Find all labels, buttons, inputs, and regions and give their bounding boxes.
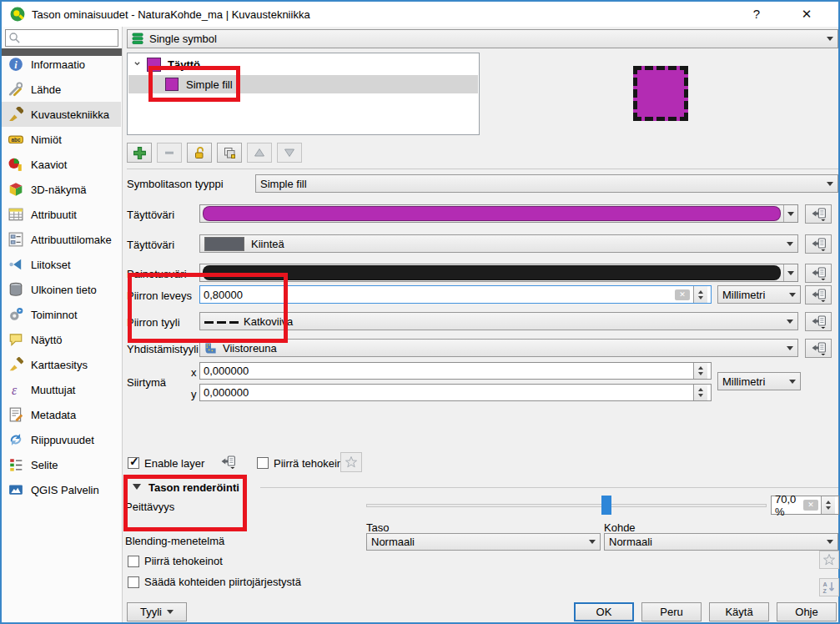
- feature-order-checkbox[interactable]: [128, 576, 139, 588]
- opacity-slider-handle[interactable]: [601, 496, 611, 515]
- symbol-layer-type-combo[interactable]: Simple fill: [255, 174, 838, 193]
- section-collapse-icon[interactable]: [133, 484, 141, 490]
- move-down-button[interactable]: [277, 143, 302, 163]
- fill-style-swatch: [204, 237, 244, 251]
- opacity-slider-track[interactable]: [366, 504, 767, 507]
- join-style-combo[interactable]: Viistoreuna: [199, 339, 798, 357]
- fill-color-label: Täyttöväri: [127, 209, 174, 221]
- sidebar-item-attributes[interactable]: Attribuutit: [2, 202, 121, 227]
- layer-rendering-header[interactable]: Tason renderöinti: [148, 481, 239, 494]
- sidebar-item-diagrams[interactable]: Kaaviot: [2, 152, 121, 177]
- sidebar-item-label: Informaatio: [31, 58, 85, 71]
- sidebar-item-label: Attribuutit: [31, 209, 77, 221]
- stroke-style-override-button[interactable]: [805, 312, 832, 331]
- join-style-label: Yhdistämistyyli: [127, 343, 199, 355]
- fill-style-override-button[interactable]: [805, 234, 832, 254]
- move-up-button[interactable]: [247, 143, 272, 163]
- opacity-spinner[interactable]: [821, 496, 835, 514]
- ok-button[interactable]: OK: [574, 602, 634, 621]
- fill-color-override-button[interactable]: [805, 204, 832, 224]
- chevron-expanded-icon[interactable]: [133, 59, 143, 69]
- sidebar-item-symbology[interactable]: Kuvaustekniikka: [2, 102, 121, 127]
- help-button[interactable]: Ohje: [777, 602, 837, 621]
- enable-layer-override-button[interactable]: [214, 452, 241, 471]
- layer-draw-effects-checkbox[interactable]: [128, 556, 139, 567]
- sidebar-item-label: Kuvaustekniikka: [31, 108, 109, 121]
- feature-order-sort-button[interactable]: AZ: [819, 578, 839, 596]
- labels-icon: abc: [8, 132, 23, 147]
- stroke-width-value: 0,80000: [204, 289, 243, 301]
- attributes-form-icon: [8, 232, 23, 247]
- offset-x-input[interactable]: 0,000000: [199, 362, 712, 380]
- sidebar-item-server[interactable]: QGIS Palvelin: [2, 477, 121, 502]
- fill-style-combo[interactable]: Kiinteä: [199, 234, 798, 253]
- sidebar-item-label: Näyttö: [31, 334, 63, 346]
- fill-color-button[interactable]: [199, 204, 798, 223]
- sidebar-item-actions[interactable]: Toiminnot: [2, 302, 121, 327]
- stroke-color-button[interactable]: [199, 264, 798, 282]
- stroke-width-unit-combo[interactable]: Millimetri: [717, 285, 801, 304]
- enable-layer-checkbox[interactable]: [128, 457, 139, 469]
- sidebar-item-variables[interactable]: εMuuttujat: [2, 377, 121, 402]
- sidebar-search-input[interactable]: [5, 29, 118, 47]
- sidebar-item-label: Toiminnot: [31, 309, 78, 321]
- layer-blend-combo[interactable]: Normaali: [366, 533, 601, 551]
- stroke-color-override-button[interactable]: [805, 264, 832, 283]
- feature-order-label: Säädä kohteiden piirtojärjestystä: [144, 576, 301, 588]
- effects-customize-button[interactable]: [340, 452, 362, 472]
- svg-text:i: i: [14, 59, 18, 71]
- cancel-button[interactable]: Peru: [641, 602, 702, 621]
- rendering-icon: [8, 357, 23, 372]
- sidebar-item-rendering[interactable]: Karttaesitys: [2, 352, 121, 377]
- sidebar-item-label: Ulkoinen tieto: [31, 284, 97, 296]
- sidebar-item-label: Riippuvuudet: [31, 434, 94, 446]
- sidebar-item-legend[interactable]: Selite: [2, 452, 121, 477]
- sidebar-item-auxiliary-storage[interactable]: Ulkoinen tieto: [2, 277, 121, 302]
- offset-x-spinner[interactable]: [693, 363, 707, 379]
- sidebar-item-info[interactable]: iInformaatio: [2, 52, 121, 77]
- stroke-width-label: Piirron leveys: [127, 289, 192, 302]
- sidebar-item-labels[interactable]: abcNimiöt: [2, 127, 121, 152]
- close-button[interactable]: ✕: [790, 2, 823, 27]
- feature-blend-combo[interactable]: Normaali: [604, 533, 838, 551]
- server-icon: [8, 482, 23, 497]
- clear-value-icon[interactable]: ✕: [675, 289, 690, 300]
- opacity-value-input[interactable]: 70,0 % ✕: [771, 496, 839, 515]
- style-menu-button[interactable]: Tyyli: [127, 602, 187, 621]
- remove-symbol-layer-button[interactable]: [157, 143, 182, 163]
- renderer-combo[interactable]: Single symbol: [127, 29, 838, 48]
- layer-effects-customize-button[interactable]: [819, 551, 839, 569]
- add-symbol-layer-button[interactable]: [127, 143, 152, 163]
- stroke-width-input[interactable]: 0,80000 ✕: [199, 285, 712, 304]
- sidebar-item-joins[interactable]: Liitokset: [2, 252, 121, 277]
- sidebar-item-display[interactable]: Näyttö: [2, 327, 121, 352]
- legend-icon: [8, 457, 23, 472]
- symbol-tree-child-selected[interactable]: Simple fill: [128, 75, 478, 93]
- offset-y-spinner[interactable]: [693, 385, 707, 400]
- duplicate-symbol-layer-button[interactable]: [217, 143, 242, 163]
- sidebar-item-metadata[interactable]: Metadata: [2, 402, 121, 427]
- symbol-tree-root[interactable]: Täyttö: [128, 55, 478, 73]
- auxiliary-storage-icon: [8, 282, 23, 297]
- layer-blend-value: Normaali: [371, 536, 415, 548]
- join-style-override-button[interactable]: [805, 339, 832, 358]
- lock-color-button[interactable]: [187, 143, 212, 163]
- sidebar-item-label: Nimiöt: [31, 133, 62, 146]
- offset-unit-combo[interactable]: Millimetri: [717, 372, 801, 390]
- svg-text:ε: ε: [12, 383, 18, 397]
- clear-value-icon[interactable]: ✕: [803, 500, 818, 511]
- stroke-style-combo[interactable]: Katkoviiva: [199, 312, 798, 330]
- offset-y-input[interactable]: 0,000000: [199, 384, 712, 401]
- sidebar-item-dependencies[interactable]: Riippuvuudet: [2, 427, 121, 452]
- enable-layer-label: Enable layer: [144, 457, 204, 470]
- stroke-width-override-button[interactable]: [805, 285, 832, 304]
- offset-x-label: x: [191, 366, 197, 379]
- stroke-width-spinner[interactable]: [693, 286, 707, 303]
- chevron-down-icon: [787, 242, 793, 246]
- apply-button[interactable]: Käytä: [709, 602, 769, 621]
- sidebar-item-attributes-form[interactable]: Attribuuttilomake: [2, 227, 121, 252]
- draw-effects-checkbox[interactable]: [257, 457, 269, 469]
- help-titlebar-button[interactable]: ?: [740, 2, 773, 27]
- sidebar-item-source[interactable]: Lähde: [2, 77, 121, 102]
- sidebar-item-view3d[interactable]: 3D-näkymä: [2, 177, 121, 202]
